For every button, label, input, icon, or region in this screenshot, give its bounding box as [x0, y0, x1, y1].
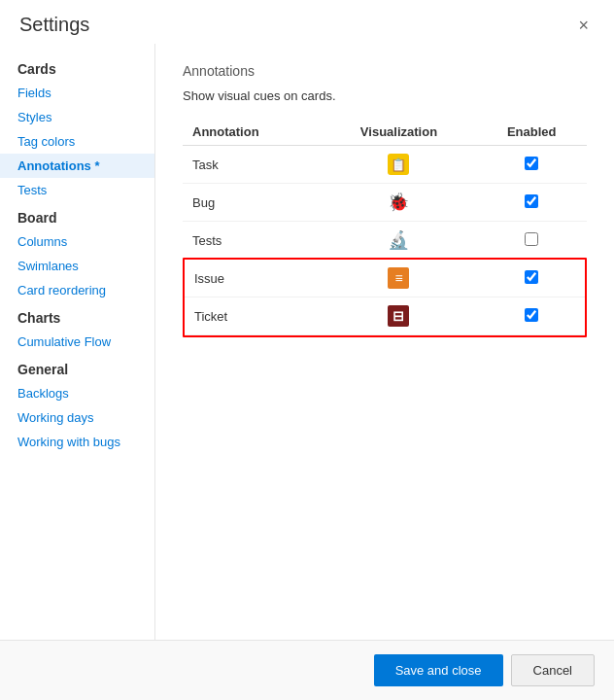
annotations-table-wrapper: Annotation Visualization Enabled Task 📋: [183, 119, 587, 335]
sidebar-item-card-reordering[interactable]: Card reordering: [0, 278, 154, 302]
sidebar-item-swimlanes[interactable]: Swimlanes: [0, 254, 154, 278]
tests-icon: 🔬: [388, 229, 409, 251]
settings-dialog: Settings × Cards Fields Styles Tag color…: [0, 0, 614, 700]
sidebar-item-fields[interactable]: Fields: [0, 81, 154, 105]
sidebar: Cards Fields Styles Tag colors Annotatio…: [0, 44, 155, 640]
annotation-visualization: ≡: [322, 260, 477, 298]
annotation-enabled-cell: [476, 184, 587, 222]
sidebar-item-working-days[interactable]: Working days: [0, 405, 154, 430]
task-icon: 📋: [388, 154, 409, 175]
table-row: Tests 🔬: [183, 222, 587, 260]
annotation-visualization: 📋: [322, 146, 477, 184]
annotation-visualization: ⊟: [322, 298, 477, 335]
sidebar-section-cards: Cards: [0, 53, 154, 81]
annotation-name: Issue: [183, 260, 322, 298]
task-enabled-checkbox[interactable]: [525, 157, 538, 170]
sidebar-item-backlogs[interactable]: Backlogs: [0, 381, 154, 405]
section-title: Annotations: [183, 63, 587, 79]
sidebar-section-charts: Charts: [0, 302, 154, 330]
section-subtitle: Show visual cues on cards.: [183, 88, 587, 103]
annotation-enabled-cell: [476, 146, 587, 184]
bug-icon: 🐞: [388, 192, 409, 213]
annotation-name: Bug: [183, 184, 322, 222]
table-row-highlighted: Issue ≡: [183, 260, 587, 298]
col-annotation-header: Annotation: [183, 119, 322, 146]
annotation-name: Ticket: [183, 298, 322, 335]
sidebar-item-tests[interactable]: Tests: [0, 178, 154, 202]
dialog-body: Cards Fields Styles Tag colors Annotatio…: [0, 44, 614, 640]
dialog-title: Settings: [19, 14, 89, 36]
sidebar-item-cumulative-flow[interactable]: Cumulative Flow: [0, 330, 154, 354]
col-visualization-header: Visualization: [322, 119, 477, 146]
sidebar-item-annotations[interactable]: Annotations *: [0, 154, 154, 178]
sidebar-item-columns[interactable]: Columns: [0, 229, 154, 254]
sidebar-item-working-with-bugs[interactable]: Working with bugs: [0, 430, 154, 454]
main-content: Annotations Show visual cues on cards. A…: [155, 44, 614, 640]
issue-enabled-checkbox[interactable]: [525, 270, 538, 284]
ticket-icon: ⊟: [388, 305, 409, 327]
annotations-table: Annotation Visualization Enabled Task 📋: [183, 119, 587, 335]
table-row: Bug 🐞: [183, 184, 587, 222]
cancel-button[interactable]: Cancel: [511, 654, 595, 686]
sidebar-section-general: General: [0, 354, 154, 381]
save-and-close-button[interactable]: Save and close: [374, 654, 503, 686]
annotation-enabled-cell: [476, 260, 587, 298]
bug-enabled-checkbox[interactable]: [525, 194, 538, 208]
annotation-visualization: 🐞: [322, 184, 477, 222]
annotation-name: Task: [183, 146, 322, 184]
annotation-enabled-cell: [476, 298, 587, 335]
sidebar-section-board: Board: [0, 202, 154, 229]
annotation-visualization: 🔬: [322, 222, 477, 260]
table-row: Task 📋: [183, 146, 587, 184]
table-row-highlighted: Ticket ⊟: [183, 298, 587, 335]
col-enabled-header: Enabled: [476, 119, 587, 146]
annotation-enabled-cell: [476, 222, 587, 260]
dialog-header: Settings ×: [0, 0, 614, 44]
dialog-footer: Save and close Cancel: [0, 640, 614, 700]
tests-enabled-checkbox[interactable]: [525, 232, 538, 246]
close-button[interactable]: ×: [572, 15, 595, 36]
sidebar-item-tag-colors[interactable]: Tag colors: [0, 129, 154, 154]
table-header-row: Annotation Visualization Enabled: [183, 119, 587, 146]
issue-icon: ≡: [388, 267, 409, 289]
sidebar-item-styles[interactable]: Styles: [0, 105, 154, 129]
annotation-name: Tests: [183, 222, 322, 260]
ticket-enabled-checkbox[interactable]: [525, 308, 538, 322]
